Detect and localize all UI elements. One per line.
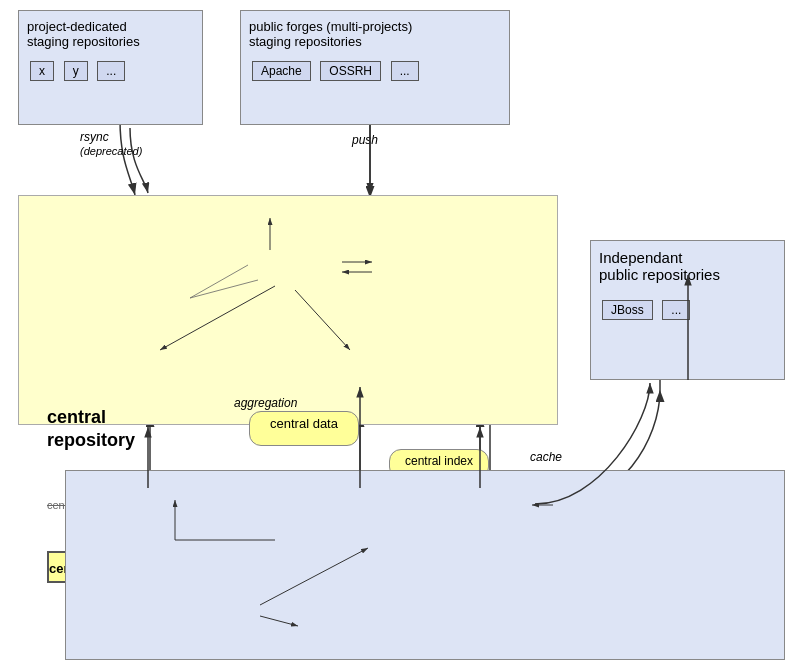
item-jboss: JBoss <box>602 300 653 320</box>
independant-region: Independantpublic repositories JBoss ... <box>590 240 785 380</box>
independant-label: Independantpublic repositories <box>599 249 776 283</box>
item-dots-right: ... <box>391 61 419 81</box>
aggregation-label: aggregation <box>234 396 297 410</box>
central-region: centralrepository aggregation central da… <box>18 195 558 425</box>
item-apache: Apache <box>252 61 311 81</box>
item-ossrh: OSSRH <box>320 61 381 81</box>
item-dots-left: ... <box>97 61 125 81</box>
users-region: Users central(default) Repository Manage… <box>65 470 785 660</box>
staging-left-label: project-dedicated staging repositories <box>27 19 194 49</box>
push-label: push <box>352 133 378 147</box>
rsync-label: rsync (deprecated) <box>80 130 142 158</box>
staging-left-region: project-dedicated staging repositories x… <box>18 10 203 125</box>
staging-right-region: public forges (multi-projects)staging re… <box>240 10 510 125</box>
item-x: x <box>30 61 54 81</box>
diagram: project-dedicated staging repositories x… <box>0 0 805 670</box>
cache-label: cache <box>530 450 562 464</box>
item-y: y <box>64 61 88 81</box>
staging-right-items: Apache OSSRH ... <box>249 59 501 83</box>
item-dots-indep: ... <box>662 300 690 320</box>
independant-items: JBoss ... <box>599 298 776 322</box>
staging-left-items: x y ... <box>27 59 194 83</box>
central-data-box: central data <box>249 411 359 446</box>
staging-right-label: public forges (multi-projects)staging re… <box>249 19 501 49</box>
central-label: centralrepository <box>47 406 135 453</box>
